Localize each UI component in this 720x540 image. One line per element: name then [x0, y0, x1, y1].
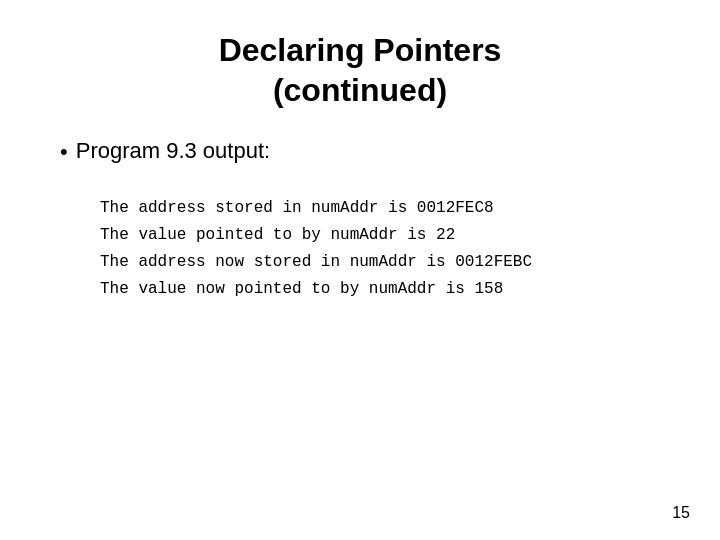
title-block: Declaring Pointers (continued) [60, 30, 660, 110]
code-line-4: The value now pointed to by numAddr is 1… [100, 276, 700, 303]
code-line-2: The value pointed to by numAddr is 22 [100, 222, 700, 249]
bullet-item: • Program 9.3 output: [60, 138, 660, 167]
title-line2: (continued) [273, 72, 447, 108]
code-line-3: The address now stored in numAddr is 001… [100, 249, 700, 276]
bullet-dot: • [60, 138, 68, 167]
title-line1: Declaring Pointers [219, 32, 502, 68]
page-number: 15 [672, 504, 690, 522]
slide-title: Declaring Pointers (continued) [60, 30, 660, 110]
bullet-text: Program 9.3 output: [76, 138, 270, 164]
code-line-1: The address stored in numAddr is 0012FEC… [100, 195, 700, 222]
slide-container: Declaring Pointers (continued) • Program… [0, 0, 720, 540]
bullet-section: • Program 9.3 output: [60, 138, 660, 167]
code-block: The address stored in numAddr is 0012FEC… [100, 195, 700, 304]
